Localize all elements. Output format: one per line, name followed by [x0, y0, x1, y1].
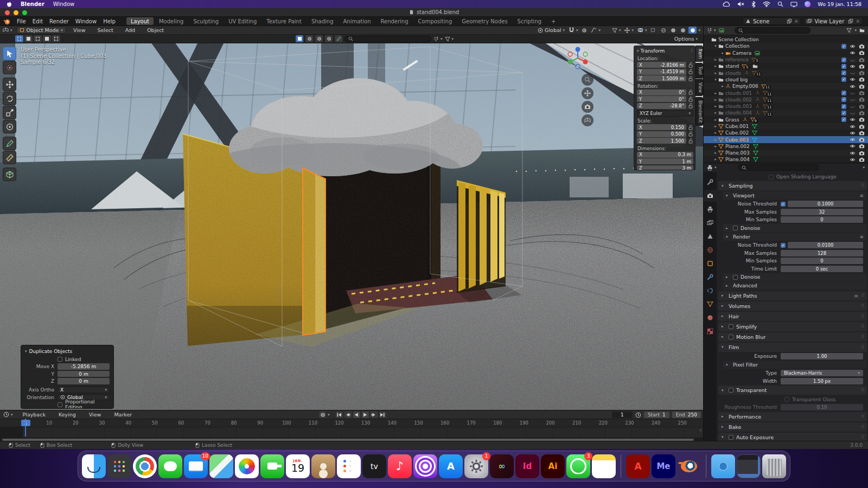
enable-checkbox[interactable]	[841, 70, 846, 75]
outliner-row-plane.004[interactable]: ▸Plane.004	[704, 156, 868, 163]
panel-advanced[interactable]: ▸Advanced	[723, 282, 867, 290]
dock-window[interactable]	[737, 454, 761, 478]
outliner-row-clouds.002[interactable]: ▸clouds.00211	[704, 97, 868, 103]
panel-simplify[interactable]: ▸Simplify⠿	[718, 322, 867, 331]
expand-icon[interactable]: ▸	[722, 335, 726, 339]
workspace-tab-layout[interactable]: Layout	[126, 17, 154, 25]
outliner-row-clouds.004[interactable]: ▸clouds.00411	[704, 110, 868, 116]
panel-collapse-icon[interactable]: ▾	[637, 49, 639, 53]
topbar-menu-edit[interactable]: Edit	[29, 18, 46, 24]
wifi-icon[interactable]	[763, 1, 770, 7]
expand-icon[interactable]: ▸	[713, 118, 718, 122]
linked-checkbox[interactable]	[58, 357, 62, 362]
outliner-search-input[interactable]	[735, 27, 810, 34]
panel-light-paths[interactable]: ▸Light Paths≡⠿	[718, 291, 867, 300]
expand-icon[interactable]: ▸	[713, 151, 718, 155]
panel-motion-blur[interactable]: ▸Motion Blur⠿	[718, 332, 867, 342]
playhead[interactable]	[25, 419, 26, 436]
dock-messages[interactable]	[158, 454, 182, 478]
eye-closed-icon[interactable]	[850, 90, 856, 96]
expand-icon[interactable]: ▸	[713, 124, 718, 129]
preset-icon[interactable]: ≡	[859, 234, 864, 240]
tool-measure[interactable]	[3, 151, 16, 164]
proportional-editing-toggle[interactable]	[582, 28, 587, 33]
eye-closed-icon[interactable]	[850, 57, 856, 63]
transform-loc-y-field[interactable]: Y-1.4519 m	[637, 69, 686, 75]
move-y-field[interactable]: 0 m	[58, 371, 110, 377]
expand-icon[interactable]: ▾	[726, 363, 730, 367]
zoom-icon[interactable]	[582, 74, 593, 86]
panel-film[interactable]: ▾Film⠿	[718, 343, 867, 352]
volume-muted-icon[interactable]	[737, 1, 744, 7]
physics-icon[interactable]	[704, 285, 717, 297]
dock-downloads[interactable]	[711, 454, 735, 478]
start-frame-field[interactable]: Start1	[644, 412, 669, 418]
gizmos-dropdown[interactable]: ▾	[624, 28, 634, 33]
render-visibility-icon[interactable]	[859, 137, 865, 143]
search-input[interactable]	[344, 36, 431, 42]
panel-auto-exposure[interactable]: ▾Auto Exposure⠿	[718, 433, 867, 441]
modifiers-icon[interactable]	[704, 271, 717, 283]
expand-icon[interactable]: ▾	[713, 44, 718, 48]
auto-keyframe-icon[interactable]	[319, 412, 326, 418]
editor-type-button[interactable]: ▾	[3, 27, 12, 33]
expand-icon[interactable]: ▾	[713, 78, 718, 82]
render-visibility-icon[interactable]	[859, 124, 865, 130]
render-icon[interactable]	[704, 190, 717, 202]
drag-grip-icon[interactable]: ⠿	[861, 293, 864, 298]
apple-icon[interactable]	[7, 1, 12, 8]
render-visibility-icon[interactable]	[859, 90, 865, 96]
expand-icon[interactable]: ▸	[722, 425, 726, 429]
drag-grip-icon[interactable]: ⠿	[861, 425, 864, 429]
next-keyframe-button[interactable]	[371, 412, 378, 418]
dock-appletv[interactable]: tv	[362, 454, 386, 478]
close-window-button[interactable]	[5, 10, 10, 15]
filter-dropdown[interactable]: ▾	[445, 36, 454, 42]
expand-icon[interactable]: ▾	[722, 345, 726, 349]
workspace-tab-animation[interactable]: Animation	[339, 17, 375, 25]
sidebar-tab-view[interactable]: View	[695, 79, 703, 96]
expand-icon[interactable]: ▾	[726, 194, 730, 198]
outliner-filter-icon[interactable]	[719, 28, 724, 33]
noise-threshold-field[interactable]: 0.0100	[788, 242, 863, 248]
dock-music[interactable]: ♪	[388, 454, 412, 478]
outliner-row-clouds.001[interactable]: ▸clouds.00111	[704, 89, 868, 96]
snapping-dropdown[interactable]: ▾	[569, 27, 578, 33]
proportional-falloff-dropdown[interactable]: ▾	[591, 27, 601, 33]
jump-to-end-button[interactable]	[379, 412, 386, 418]
siri-icon[interactable]	[805, 1, 810, 7]
outliner-row-cube.003[interactable]: ▸Cube.003	[704, 136, 868, 143]
expand-icon[interactable]: ▸	[713, 71, 718, 75]
select-mode-intersect[interactable]	[52, 35, 60, 42]
min-samples-field[interactable]: 0	[781, 258, 863, 264]
enable-checkbox[interactable]	[841, 77, 846, 82]
lock-open-icon[interactable]	[688, 125, 693, 130]
display-mode-dropdown[interactable]: ▾	[433, 36, 443, 42]
enable-checkbox[interactable]	[841, 111, 846, 115]
timeline-collapse-icon[interactable]: ‹	[699, 427, 701, 433]
outliner-row-empty.006[interactable]: ▸Empty.00611	[704, 83, 868, 89]
expand-icon[interactable]: ▾	[722, 184, 726, 188]
eye-closed-icon[interactable]	[850, 104, 856, 110]
eye-icon[interactable]	[850, 143, 856, 149]
xray-toggle[interactable]	[650, 28, 655, 33]
lock-open-icon[interactable]	[688, 62, 693, 68]
transform-scale-y-field[interactable]: Y0.500	[637, 131, 686, 137]
object-icon[interactable]	[704, 258, 717, 269]
tool-annotate[interactable]	[3, 137, 16, 150]
timeline-menu-keying[interactable]: Keying	[55, 412, 79, 418]
panel-viewport[interactable]: ▾Viewport≡	[723, 191, 867, 200]
panel-transparent[interactable]: ▾Transparent⠿	[718, 386, 867, 395]
outliner-row-plane.003[interactable]: ▸Plane.003	[704, 150, 868, 156]
topbar-menu-window[interactable]: Window	[72, 18, 100, 24]
expand-icon[interactable]: ▸	[722, 293, 726, 298]
outliner-row-cube.002[interactable]: ▸Cube.002	[704, 130, 868, 136]
view-layer-icon[interactable]	[704, 217, 717, 229]
drag-grip-icon[interactable]: ⠿	[861, 414, 864, 419]
exposure-field[interactable]: 1.00	[781, 353, 863, 359]
dock-whatsapp[interactable]: 3	[566, 454, 590, 478]
drag-grip-icon[interactable]: ⠿	[861, 345, 864, 350]
window-titlebar[interactable]: stand004.blend	[0, 8, 868, 17]
dock-mediaencoder[interactable]: Me	[652, 454, 675, 478]
expand-icon[interactable]: ▸	[713, 111, 718, 115]
